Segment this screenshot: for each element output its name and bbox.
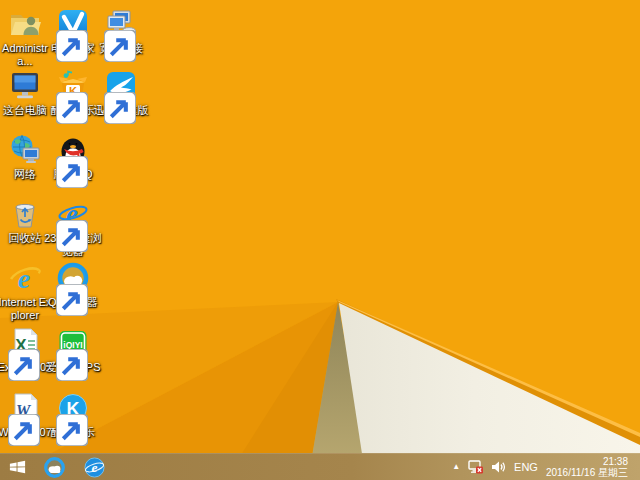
desktop-icon-tencent-qq[interactable]: 腾讯QQ bbox=[49, 134, 97, 181]
desktop-icon-network[interactable]: 网络 bbox=[1, 134, 49, 181]
e-browser-icon: e bbox=[84, 457, 105, 478]
ie-icon: e bbox=[9, 262, 41, 294]
desktop: Administra...电脑管家宽带连接这台电脑K酷我音乐迅雷极速版网络腾讯Q… bbox=[0, 0, 640, 480]
desktop-icon-iqiyi-pps[interactable]: iQIYI爱奇艺PPS bbox=[49, 327, 97, 374]
desktop-icon-recycle-bin[interactable]: 回收站 bbox=[1, 198, 49, 245]
svg-text:e: e bbox=[91, 460, 97, 475]
desktop-icon-kuwo-music[interactable]: K酷我音乐 bbox=[49, 70, 97, 117]
shortcut-arrow-icon bbox=[56, 284, 67, 295]
desktop-icon-thunder-speed[interactable]: 迅雷极速版 bbox=[97, 70, 145, 117]
desktop-icon-broadband[interactable]: 宽带连接 bbox=[97, 8, 145, 55]
desktop-icon-qq-browser[interactable]: QQ浏览器 bbox=[49, 262, 97, 309]
language-indicator[interactable]: ENG bbox=[510, 454, 542, 480]
taskbar: e ▲ ENG bbox=[0, 453, 640, 480]
windows-logo-icon bbox=[8, 459, 27, 475]
music-box-icon: K bbox=[57, 70, 89, 102]
penguin-icon bbox=[57, 134, 89, 166]
user-folder-icon bbox=[9, 8, 41, 40]
volume-icon[interactable] bbox=[487, 454, 510, 480]
shortcut-arrow-icon bbox=[56, 30, 67, 41]
shortcut-arrow-icon bbox=[56, 414, 67, 425]
globe-network-icon bbox=[9, 134, 41, 166]
desktop-icon-this-pc[interactable]: 这台电脑 bbox=[1, 70, 49, 117]
thunder-bird-icon bbox=[105, 70, 137, 102]
taskbar-e-browser[interactable]: e bbox=[74, 454, 114, 480]
clock-time: 21:38 bbox=[603, 456, 628, 467]
shortcut-arrow-icon bbox=[104, 30, 115, 41]
taskbar-qq-browser[interactable] bbox=[34, 454, 74, 480]
shortcut-arrow-icon bbox=[56, 220, 67, 231]
shield-check-icon bbox=[57, 8, 89, 40]
broadband-icon bbox=[105, 8, 137, 40]
desktop-icon-word-2007[interactable]: WWord 2007 bbox=[1, 392, 49, 439]
cloud-ring-icon bbox=[57, 262, 89, 294]
shortcut-arrow-icon bbox=[56, 349, 67, 360]
recycle-bin-icon bbox=[9, 198, 41, 230]
excel-doc-icon: X bbox=[9, 327, 41, 359]
shortcut-arrow-icon bbox=[8, 414, 19, 425]
desktop-icon-pc-manager[interactable]: 电脑管家 bbox=[49, 8, 97, 55]
word-doc-icon: W bbox=[9, 392, 41, 424]
desktop-icon-administrator[interactable]: Administra... bbox=[1, 8, 49, 68]
start-button[interactable] bbox=[0, 454, 34, 480]
desktop-icon-browser-2345[interactable]: e2345加速浏览器 bbox=[49, 198, 97, 258]
desktop-icon-internet-explorer[interactable]: eInternet Explorer bbox=[1, 262, 49, 322]
desktop-icon-excel-2007[interactable]: XExcel 2007 bbox=[1, 327, 49, 374]
computer-icon bbox=[9, 70, 41, 102]
shortcut-arrow-icon bbox=[104, 92, 115, 103]
shortcut-arrow-icon bbox=[56, 156, 67, 167]
shortcut-arrow-icon bbox=[56, 92, 67, 103]
iqiyi-icon: iQIYI bbox=[57, 327, 89, 359]
clock[interactable]: 21:38 2016/11/16 星期三 bbox=[542, 456, 634, 478]
shortcut-arrow-icon bbox=[8, 349, 19, 360]
kugou-k-icon: K bbox=[57, 392, 89, 424]
system-tray: ▲ ENG 21:38 2016/11 bbox=[448, 454, 640, 480]
clock-date: 2016/11/16 星期三 bbox=[546, 467, 628, 478]
qq-browser-icon bbox=[44, 457, 65, 478]
e-blue-icon: e bbox=[57, 198, 89, 230]
desktop-icon-kugou-music[interactable]: K酷狗音乐 bbox=[49, 392, 97, 439]
show-hidden-icons-button[interactable]: ▲ bbox=[448, 454, 464, 480]
network-status-icon[interactable] bbox=[464, 454, 487, 480]
svg-text:iQIYI: iQIYI bbox=[63, 340, 82, 350]
